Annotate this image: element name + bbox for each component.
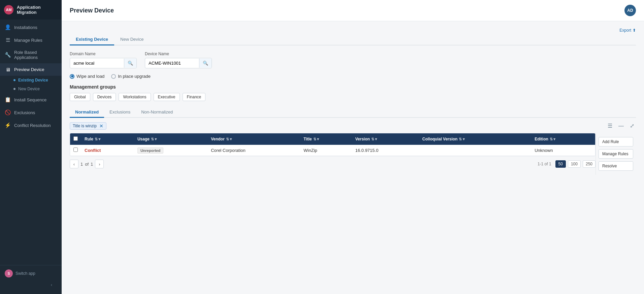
- filter-chip-label: Title is winzip: [73, 124, 97, 128]
- sort-rule-icon[interactable]: ⇅▼: [95, 137, 101, 141]
- sort-title-icon[interactable]: ⇅▼: [313, 137, 320, 141]
- total-pages: 1: [91, 162, 93, 167]
- switch-app-label: Switch app: [15, 271, 35, 276]
- header-edition: Edition ⇅▼: [531, 133, 595, 145]
- cell-title: WinZip: [300, 145, 352, 156]
- tab-existing-device[interactable]: Existing Device: [70, 34, 114, 45]
- filter-chip-remove[interactable]: ✕: [99, 124, 103, 128]
- row-checkbox[interactable]: [73, 148, 78, 152]
- sub-tabs: Normalized Exclusions Non-Normalized: [70, 107, 636, 118]
- content-area: Export ⬆ Existing Device New Device Doma…: [62, 21, 644, 294]
- header-title: Title ⇅▼: [300, 133, 352, 145]
- export-button[interactable]: Export ⬆: [619, 28, 636, 33]
- device-name-group: Device Name 🔍: [145, 52, 212, 68]
- sidebar-header: AM Application Migration: [0, 0, 62, 20]
- conflict-label: Conflict: [85, 148, 101, 153]
- sort-usage-icon[interactable]: ⇅▼: [151, 137, 158, 141]
- page-controls: ‹ 1 of 1 ›: [70, 160, 104, 168]
- column-view-button[interactable]: —: [617, 122, 625, 130]
- device-input[interactable]: [145, 58, 199, 68]
- sub-tab-normalized[interactable]: Normalized: [70, 107, 104, 118]
- sub-tab-exclusions[interactable]: Exclusions: [104, 107, 136, 118]
- exclusions-icon: 🚫: [5, 109, 11, 116]
- resolve-button[interactable]: Resolve: [599, 161, 633, 171]
- select-all-checkbox[interactable]: [73, 136, 78, 141]
- tag-finance[interactable]: Finance: [183, 93, 206, 101]
- filter-actions: ☰ — ⤢: [606, 122, 636, 130]
- switch-app-button[interactable]: S Switch app: [5, 269, 57, 277]
- install-sequence-icon: 📋: [5, 97, 11, 103]
- filter-chip: Title is winzip ✕: [70, 122, 106, 130]
- radio-dot-wipe: [70, 74, 74, 79]
- tag-devices[interactable]: Devices: [93, 93, 116, 101]
- header-version: Version ⇅▼: [352, 133, 419, 145]
- tab-new-device[interactable]: New Device: [114, 34, 150, 45]
- sub-tab-non-normalized[interactable]: Non-Normalized: [136, 107, 178, 118]
- device-label: Device Name: [145, 52, 212, 56]
- tag-workstations[interactable]: Workstations: [119, 93, 151, 101]
- cell-usage: Unreported: [134, 145, 207, 156]
- tag-executive[interactable]: Executive: [154, 93, 180, 101]
- sort-vendor-icon[interactable]: ⇅▼: [226, 137, 233, 141]
- sidebar-collapse-button[interactable]: ‹: [5, 280, 57, 290]
- next-page-button[interactable]: ›: [95, 160, 104, 168]
- sidebar-subitem-new-device[interactable]: New Device: [13, 85, 62, 93]
- add-rule-button[interactable]: Add Rule: [599, 137, 633, 146]
- list-view-button[interactable]: ☰: [606, 122, 614, 130]
- sidebar-item-install-sequence[interactable]: 📋 Install Sequence: [0, 93, 62, 106]
- sidebar-item-label: Installations: [14, 25, 37, 30]
- content-inner: Rule ⇅▼ Usage ⇅▼: [70, 133, 636, 175]
- expand-view-button[interactable]: ⤢: [628, 122, 636, 130]
- prev-page-button[interactable]: ‹: [70, 160, 78, 168]
- management-groups-tags: Global Devices Workstations Executive Fi…: [70, 93, 636, 101]
- sidebar-item-preview-device[interactable]: 🖥 Preview Device: [0, 63, 62, 76]
- header-checkbox-cell: [70, 133, 81, 145]
- radio-in-place[interactable]: In place upgrade: [111, 74, 151, 79]
- switch-avatar: S: [5, 269, 13, 277]
- role-based-icon: 🔧: [5, 52, 11, 58]
- sidebar-item-manage-rules[interactable]: ☰ Manage Rules: [0, 34, 62, 46]
- domain-input[interactable]: [70, 58, 124, 68]
- page-number: 1: [80, 162, 83, 167]
- sidebar-subitem-existing-device[interactable]: Existing Device: [13, 76, 62, 85]
- sidebar-item-installations[interactable]: 👤 Installations: [0, 21, 62, 34]
- sort-colloquial-icon[interactable]: ⇅▼: [459, 137, 465, 141]
- page-size-row: 1-1 of 1 50 100 250: [538, 160, 595, 168]
- page-range-info: 1-1 of 1: [538, 162, 551, 166]
- sidebar-item-label: Preview Device: [14, 67, 44, 72]
- header-rule: Rule ⇅▼: [81, 133, 134, 145]
- tag-global[interactable]: Global: [70, 93, 90, 101]
- topbar: Preview Device AD: [62, 0, 644, 21]
- sidebar-item-exclusions[interactable]: 🚫 Exclusions: [0, 106, 62, 119]
- radio-wipe-load[interactable]: Wipe and load: [70, 74, 104, 79]
- filter-row: Title is winzip ✕ ☰ — ⤢: [70, 122, 636, 130]
- manage-rules-button[interactable]: Manage Rules: [599, 149, 633, 159]
- logo-initials: AM: [6, 8, 11, 12]
- user-avatar[interactable]: AD: [624, 5, 636, 16]
- sidebar-nav: 👤 Installations ☰ Manage Rules 🔧 Role Ba…: [0, 20, 62, 265]
- collapse-icon: ‹: [51, 282, 52, 287]
- sidebar-sub-nav: Existing Device New Device: [0, 76, 62, 93]
- app-logo: AM: [4, 5, 13, 14]
- data-table: Rule ⇅▼ Usage ⇅▼: [70, 133, 595, 156]
- sidebar-item-label: Manage Rules: [14, 38, 42, 43]
- page-size-50[interactable]: 50: [555, 160, 566, 168]
- header-vendor: Vendor ⇅▼: [207, 133, 300, 145]
- sidebar-item-conflict-resolution[interactable]: ⚡ Conflict Resolution: [0, 119, 62, 132]
- sort-version-icon[interactable]: ⇅▼: [371, 137, 378, 141]
- sidebar-item-role-based[interactable]: 🔧 Role Based Applications: [0, 46, 62, 63]
- conflict-resolution-icon: ⚡: [5, 122, 11, 128]
- header-usage: Usage ⇅▼: [134, 133, 207, 145]
- sidebar-item-label: Conflict Resolution: [14, 123, 51, 128]
- page-size-100[interactable]: 100: [568, 160, 581, 168]
- domain-search-button[interactable]: 🔍: [124, 59, 136, 68]
- cell-rule: Conflict: [81, 145, 134, 156]
- sort-edition-icon[interactable]: ⇅▼: [550, 137, 556, 141]
- cell-colloquial-version: [419, 145, 531, 156]
- sidebar-item-label: Install Sequence: [14, 97, 46, 102]
- data-table-wrap: Rule ⇅▼ Usage ⇅▼: [70, 133, 595, 156]
- page-size-250[interactable]: 250: [583, 160, 595, 168]
- device-form-row: Domain Name 🔍 Device Name 🔍: [70, 52, 636, 68]
- device-search-button[interactable]: 🔍: [199, 59, 212, 68]
- table-row: Conflict Unreported Corel Corporation Wi…: [70, 145, 595, 156]
